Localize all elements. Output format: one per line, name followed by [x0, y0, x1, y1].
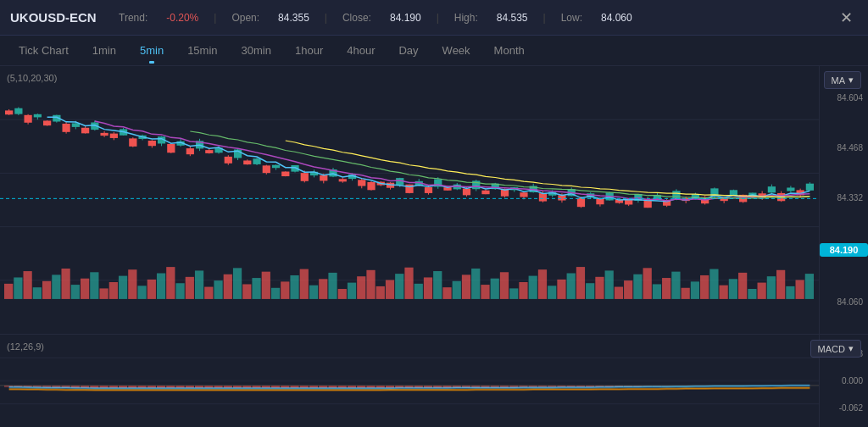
price-label: 84.604 [820, 93, 868, 103]
timeframe-month[interactable]: Month [482, 41, 537, 60]
price-label: 84.332 [820, 193, 868, 202]
timeframe-30min[interactable]: 30min [230, 41, 283, 60]
macd-button[interactable]: MACD ▾ [810, 340, 861, 358]
price-label: 84.190 [820, 243, 868, 257]
timeframe-week[interactable]: Week [431, 41, 482, 60]
open-value: 84.355 [278, 12, 309, 24]
symbol-label: UKOUSD-ECN [10, 10, 103, 25]
timeframe-tick-chart[interactable]: Tick Chart [7, 41, 81, 60]
macd-chart: (12,26,9) MACD ▾ 0.0880.000-0.062 [0, 334, 868, 427]
low-label: Low: [561, 12, 582, 24]
header-bar: UKOUSD-ECN Trend: -0.20% | Open: 84.355 … [0, 0, 868, 36]
trend-value: -0.20% [166, 12, 198, 24]
macd-price-label: 0.000 [820, 376, 868, 385]
close-button[interactable]: ✕ [834, 6, 858, 30]
macd-indicator-label: (12,26,9) [7, 341, 44, 352]
main-chart-canvas [0, 66, 819, 334]
price-label: 84.468 [820, 143, 868, 152]
ma-button[interactable]: MA ▾ [824, 71, 862, 89]
timeframe-5min[interactable]: 5min [128, 41, 175, 60]
close-value: 84.190 [390, 12, 421, 24]
main-chart: (5,10,20,30) MA ▾ 84.60484.46884.33284.1… [0, 66, 868, 334]
timeframe-4hour[interactable]: 4hour [335, 41, 387, 60]
ma-indicator-label: (5,10,20,30) [7, 73, 57, 83]
low-value: 84.060 [601, 12, 632, 24]
timeframe-day[interactable]: Day [387, 41, 430, 60]
high-value: 84.535 [497, 12, 528, 24]
timeframe-bar: Tick Chart1min5min15min30min1hour4hourDa… [0, 36, 868, 66]
timeframe-1hour[interactable]: 1hour [283, 41, 335, 60]
close-label: Close: [342, 12, 371, 24]
timeframe-1min[interactable]: 1min [81, 41, 128, 60]
macd-chart-canvas [0, 335, 819, 427]
high-label: High: [454, 12, 478, 24]
trend-label: Trend: [119, 12, 147, 24]
price-label: 84.060 [820, 297, 868, 307]
macd-price-label: -0.062 [820, 403, 868, 413]
price-axis: 84.60484.46884.33284.19084.060 [819, 66, 868, 334]
charts-area: (5,10,20,30) MA ▾ 84.60484.46884.33284.1… [0, 66, 868, 427]
open-label: Open: [231, 12, 259, 24]
timeframe-15min[interactable]: 15min [175, 41, 229, 60]
